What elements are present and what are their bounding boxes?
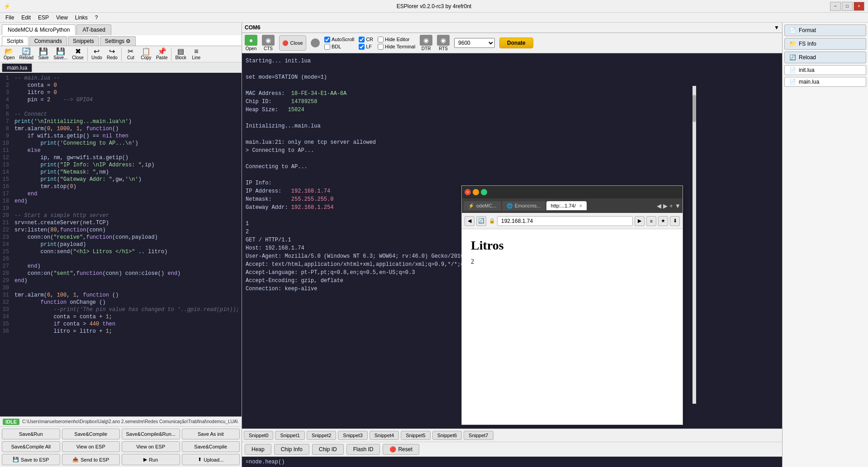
bdl-check[interactable]: BDL	[324, 44, 354, 50]
snippet2-button[interactable]: Snippet2	[307, 431, 336, 440]
menu-edit[interactable]: Edit	[18, 14, 34, 22]
snippet4-button[interactable]: Snippet4	[370, 431, 399, 440]
snippet0-button[interactable]: Snippet0	[244, 431, 273, 440]
block-button[interactable]: ▤Block	[173, 47, 188, 61]
run-button[interactable]: ▶Run	[122, 454, 180, 465]
sub-tab-snippets[interactable]: Snippets	[68, 36, 99, 46]
code-line: 10 print('Connecting to AP...\n')	[0, 140, 242, 147]
save-to-esp-button[interactable]: 💾Save to ESP	[2, 454, 60, 465]
file-tab-main-lua[interactable]: main.lua	[2, 63, 32, 72]
menu-file[interactable]: File	[2, 14, 18, 22]
save-compile-button2[interactable]: Save&Compile	[182, 441, 240, 452]
copy-button[interactable]: 📋Copy	[139, 47, 153, 61]
snippet1-button[interactable]: Snippet1	[275, 431, 304, 440]
btn-row-2: Save&Compile All View on ESP View on ESP…	[2, 441, 240, 452]
chip-info-button[interactable]: Chip Info	[274, 444, 309, 455]
rts-ctrl[interactable]: ◉ RTS	[437, 35, 450, 51]
lf-check[interactable]: LF	[359, 44, 373, 50]
undo-button[interactable]: ↩Undo	[90, 47, 104, 61]
tab-close-button[interactable]: ×	[579, 203, 582, 208]
close-serial-button[interactable]: 🔴 Close	[282, 40, 303, 46]
tab-at-based[interactable]: AT-based	[76, 24, 111, 35]
hide-editor-check[interactable]: Hide Editor	[378, 37, 415, 42]
cts-ctrl-button[interactable]: ◉ CTS	[262, 35, 275, 51]
sub-tab-commands[interactable]: Commands	[29, 36, 67, 46]
sub-tab-settings[interactable]: Settings ⚙	[100, 36, 136, 46]
cr-check[interactable]: CR	[359, 37, 373, 42]
save-as-button[interactable]: 💾Save...	[52, 47, 69, 61]
open-button[interactable]: 📂Open	[2, 47, 16, 61]
browser-fwd-tab[interactable]: ▶	[663, 203, 668, 209]
editor-toolbar: 📂Open 🔄Reload 💾Save 💾Save... ✖Close ↩Und…	[0, 46, 242, 62]
reset-button[interactable]: 🔴Reset	[383, 444, 419, 455]
browser-tab-emoncms[interactable]: 🌐 Emoncms...	[502, 201, 545, 211]
reload-button[interactable]: 🔄Reload	[17, 47, 35, 61]
sub-tab-scripts[interactable]: Scripts	[2, 36, 28, 46]
com-dropdown[interactable]: ▼	[774, 24, 779, 31]
menu-help[interactable]: ?	[91, 14, 102, 22]
browser-close-button[interactable]: ×	[465, 189, 471, 195]
save-as-init-button[interactable]: Save As init	[182, 429, 240, 439]
file-item-main[interactable]: 📄 main.lua	[784, 77, 866, 87]
snippet3-button[interactable]: Snippet3	[338, 431, 367, 440]
close-button[interactable]: ×	[854, 2, 864, 11]
baud-rate-select[interactable]: 9600 115200 57600	[454, 38, 495, 48]
fs-info-button[interactable]: 📁 FS Info	[784, 38, 866, 50]
scrollbar-thumb[interactable]	[693, 95, 696, 122]
menu-view[interactable]: View	[52, 14, 71, 22]
minimize-button[interactable]: −	[830, 2, 841, 11]
save-compile-button[interactable]: Save&Compile	[62, 429, 120, 439]
save-compile-run-button[interactable]: Save&Compile&Run...	[122, 429, 180, 439]
url-input[interactable]	[497, 216, 633, 226]
reload-esp-button[interactable]: 🔄 Reload	[784, 52, 866, 63]
tab-nodemcu[interactable]: NodeMCU & MicroPython	[2, 24, 76, 35]
paste-button[interactable]: 📌Paste	[154, 47, 170, 61]
code-editor[interactable]: 1-- main.lua -- 2 conta = 0 3 litro = 0 …	[0, 73, 242, 416]
view-on-esp-button2[interactable]: View on ESP	[122, 441, 180, 452]
send-to-esp-button[interactable]: 📤Send to ESP	[62, 454, 120, 465]
menu-links[interactable]: Links	[71, 14, 91, 22]
cut-button[interactable]: ✂Cut	[123, 47, 138, 61]
browser-new-tab[interactable]: +	[669, 203, 673, 209]
code-line: 24 print(payload)	[0, 241, 242, 248]
browser-max-button[interactable]	[481, 189, 487, 195]
close-file-button[interactable]: ✖Close	[70, 47, 85, 61]
save-button[interactable]: 💾Save	[36, 47, 51, 61]
browser-star-button[interactable]: ★	[658, 216, 668, 226]
browser-tab-nodemcu[interactable]: ⚡ odeMC...	[464, 201, 501, 211]
browser-menu-btn[interactable]: ▼	[675, 203, 681, 209]
browser-min-button[interactable]	[473, 189, 479, 195]
browser-download-button[interactable]: ⬇	[670, 216, 680, 226]
serial-input[interactable]	[246, 459, 778, 465]
browser-tab-http[interactable]: http:...1.74/ ×	[546, 201, 587, 210]
code-line: 21srv=net.createServer(net.TCP)	[0, 219, 242, 226]
format-button[interactable]: 📄 Format	[784, 24, 866, 36]
autoscroll-check[interactable]: AutoScroll	[324, 37, 354, 42]
upload-button[interactable]: ⬆Upload...	[182, 454, 240, 465]
open-ctrl-button[interactable]: ● Open	[245, 35, 257, 51]
redo-button[interactable]: ↪Redo	[105, 47, 119, 61]
snippet7-button[interactable]: Snippet7	[464, 431, 493, 440]
browser-fwd-button[interactable]: ▶	[635, 216, 645, 226]
browser-more-button[interactable]: ≡	[646, 216, 656, 226]
menu-esp[interactable]: ESP	[34, 14, 52, 22]
file-item-init[interactable]: 📄 init.lua	[784, 65, 866, 75]
view-on-esp-button1[interactable]: View on ESP	[62, 441, 120, 452]
save-compile-all-button[interactable]: Save&Compile All	[2, 441, 60, 452]
snippet5-button[interactable]: Snippet5	[401, 431, 430, 440]
donate-button[interactable]: Donate	[499, 38, 533, 48]
line-button[interactable]: ≡Line	[189, 47, 204, 61]
snippet6-button[interactable]: Snippet6	[432, 431, 462, 440]
chip-id-button[interactable]: Chip ID	[312, 444, 344, 455]
heap-button[interactable]: Heap	[245, 444, 271, 455]
flash-id-button[interactable]: Flash ID	[346, 444, 380, 455]
browser-nav: ◀ 🔄 🔒 ▶ ≡ ★ ⬇	[462, 213, 683, 229]
browser-back-tab[interactable]: ◀	[657, 203, 661, 209]
hide-terminal-check[interactable]: Hide Terminal	[378, 44, 415, 50]
browser-back-button[interactable]: ◀	[465, 216, 474, 226]
maximize-button[interactable]: □	[842, 2, 853, 11]
scrollbar[interactable]	[693, 86, 696, 404]
browser-refresh-button[interactable]: 🔄	[476, 216, 486, 226]
dtr-ctrl[interactable]: ◉ DTR	[420, 35, 432, 51]
save-run-button[interactable]: Save&Run	[2, 429, 60, 439]
